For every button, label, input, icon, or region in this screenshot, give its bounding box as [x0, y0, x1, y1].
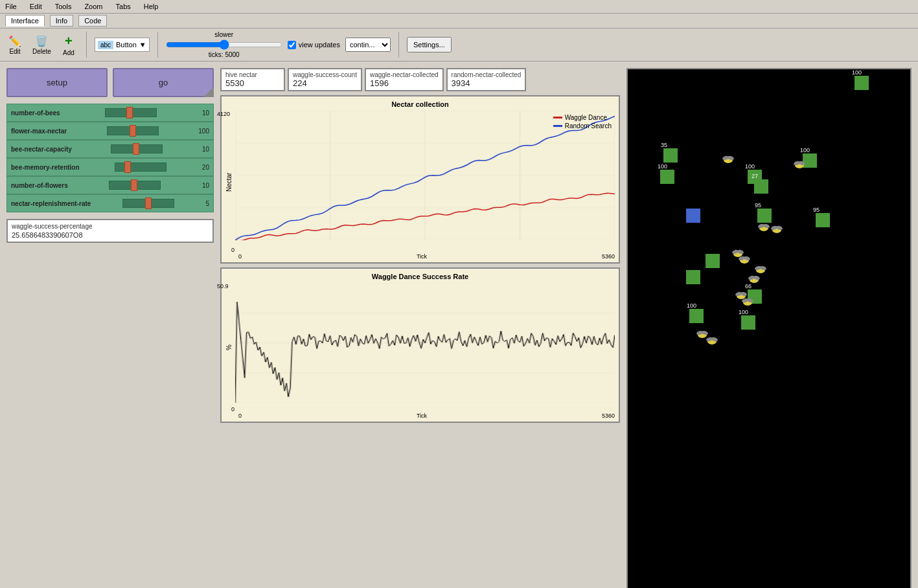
chart1-x-max: 5360 [602, 253, 615, 260]
slider-row-number-of-flowers: number-of-flowers 10 [6, 176, 214, 194]
legend-waggle: Waggle Dance [553, 114, 612, 121]
add-button[interactable]: + Add [59, 32, 78, 58]
monitor-cell-value-1: 224 [293, 78, 357, 88]
monitor-label: waggle-success-percentage [12, 223, 209, 230]
center-panel: hive nectar 5530 waggle-success-count 22… [220, 68, 620, 588]
monitor-cell-label-1: waggle-success-count [293, 71, 357, 78]
view-updates-checkbox[interactable] [288, 41, 296, 49]
menu-tabs[interactable]: Tabs [113, 1, 133, 12]
waggle-success-chart: Waggle Dance Success Rate % 50.9 0 0 Tic… [220, 267, 620, 423]
dropdown-arrow-icon: ▼ [139, 41, 146, 49]
slider-input-5[interactable] [122, 199, 174, 208]
slider-input-3[interactable] [115, 163, 166, 172]
chart1-title: Nectar collection [225, 100, 615, 108]
monitor-cell-value-3: 3934 [452, 78, 522, 88]
chart2-title: Waggle Dance Success Rate [225, 273, 615, 280]
monitor-cell-2: waggle-nectar-collected 1596 [365, 68, 444, 91]
random-legend-label: Random Search [565, 122, 612, 130]
menu-file[interactable]: File [3, 1, 19, 12]
chart1-x-label: Tick [417, 253, 427, 260]
chart1-y-label: Nectar [225, 111, 233, 253]
chart2-x-max: 5360 [602, 413, 615, 419]
slider-label-0: number-of-bees [11, 109, 60, 117]
delete-button[interactable]: 🗑️ Delete [30, 34, 54, 56]
monitor-cell-label-0: hive nectar [225, 71, 280, 78]
slider-row-nectar-replenishment-rate: nectar-replenishment-rate 5 [6, 194, 214, 212]
edit-button[interactable]: ✏️ Edit [5, 34, 25, 56]
waggle-legend-label: Waggle Dance [565, 114, 607, 121]
legend-random: Random Search [553, 122, 612, 130]
chart1-y-min: 0 [231, 247, 235, 253]
menu-zoom[interactable]: Zoom [82, 1, 105, 12]
slider-label-5: nectar-replenishment-rate [11, 200, 91, 207]
random-legend-color [553, 125, 562, 127]
chart1-legend: Waggle Dance Random Search [553, 114, 612, 130]
slider-row-number-of-bees: number-of-bees 10 [6, 104, 214, 122]
menu-bar: File Edit Tools Zoom Tabs Help [0, 0, 918, 14]
slider-label-1: flower-max-nectar [11, 128, 67, 135]
edit-label: Edit [9, 48, 20, 55]
waggle-legend-color [553, 117, 562, 119]
menu-edit[interactable]: Edit [27, 1, 45, 12]
add-icon: + [65, 34, 73, 49]
tab-code[interactable]: Code [78, 15, 107, 27]
slider-input-2[interactable] [111, 144, 163, 153]
waggle-success-monitor: waggle-success-percentage 25.65864833906… [6, 219, 214, 243]
menu-tools[interactable]: Tools [52, 1, 75, 12]
slider-value-5: 5 [205, 200, 209, 207]
chart2-x-axis: 0 Tick 5360 [225, 413, 615, 419]
slider-row-bee-nectar-capacity: bee-nectar-capacity 10 [6, 140, 214, 158]
monitor-value: 25.6586483390607O8 [12, 231, 209, 239]
monitor-cell-label-2: waggle-nectar-collected [370, 71, 439, 78]
menu-help[interactable]: Help [141, 1, 161, 12]
slider-value-2: 10 [202, 146, 209, 153]
chart2-y-min: 0 [231, 406, 235, 413]
slider-row-flower-max-nectar: flower-max-nectar 100 [6, 122, 214, 140]
nectar-collection-chart: Nectar collection Nectar 4120 0 Waggle D… [220, 95, 620, 264]
chart1-x-min: 0 [238, 253, 242, 260]
tab-info[interactable]: Info [50, 15, 73, 27]
setup-button[interactable]: setup [6, 68, 108, 97]
monitor-cell-label-3: random-nectar-collected [452, 71, 522, 78]
button-type-dropdown[interactable]: abc Button ▼ [95, 38, 150, 52]
monitor-cell-value-0: 5530 [225, 78, 280, 88]
slider-label-2: bee-nectar-capacity [11, 146, 72, 153]
slider-value-3: 20 [202, 164, 209, 171]
slider-input-0[interactable] [105, 108, 157, 117]
toolbar: ✏️ Edit 🗑️ Delete + Add abc Button ▼ slo… [0, 28, 918, 62]
view-updates-group: view updates [288, 41, 340, 49]
slider-label-4: number-of-flowers [11, 182, 68, 189]
chart1-x-axis: 0 Tick 5360 [225, 253, 615, 260]
speed-slider[interactable] [166, 40, 282, 50]
edit-icon: ✏️ [8, 35, 21, 47]
separator-1 [86, 32, 87, 58]
slider-input-4[interactable] [109, 181, 161, 190]
button-type-label: Button [116, 41, 137, 49]
delete-icon: 🗑️ [35, 35, 48, 47]
left-panel: setup go number-of-bees 10 flower-max-ne… [6, 68, 214, 588]
chart2-y-max: 50.9 [217, 283, 229, 289]
monitor-cell-0: hive nectar 5530 [220, 68, 285, 91]
slider-value-4: 10 [202, 182, 209, 189]
run-mode-select[interactable]: contin...once [345, 38, 391, 52]
ticks-label: ticks: 5000 [209, 51, 240, 58]
simulation-view [626, 68, 912, 588]
settings-button[interactable]: Settings... [407, 37, 452, 52]
sliders-container: number-of-bees 10 flower-max-nectar 100 … [6, 104, 214, 212]
separator-2 [157, 32, 158, 58]
chart2-canvas [235, 283, 615, 403]
tab-bar: Interface Info Code [0, 14, 918, 28]
monitor-cell-1: waggle-success-count 224 [288, 68, 362, 91]
tab-interface[interactable]: Interface [5, 15, 45, 27]
slider-input-1[interactable] [107, 126, 159, 135]
sim-canvas [628, 69, 912, 361]
setup-go-row: setup go [6, 68, 214, 97]
monitor-cell-value-2: 1596 [370, 78, 439, 88]
delete-label: Delete [32, 48, 51, 55]
go-button[interactable]: go [113, 68, 214, 97]
slider-row-bee-memory-retention: bee-memory-retention 20 [6, 158, 214, 176]
monitors-row: hive nectar 5530 waggle-success-count 22… [220, 68, 620, 91]
add-label: Add [63, 49, 75, 56]
chart1-canvas [235, 111, 615, 240]
chart2-x-label: Tick [417, 413, 427, 419]
